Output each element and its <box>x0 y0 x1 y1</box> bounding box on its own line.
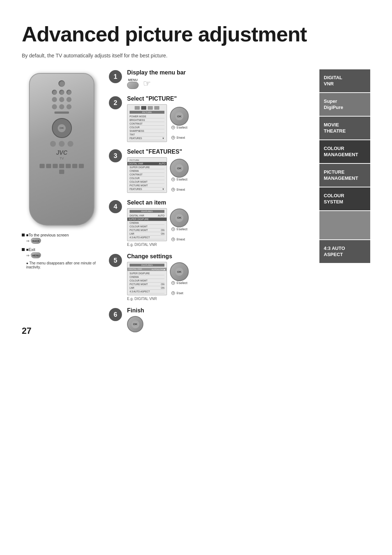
tv-label: TV <box>30 157 94 160</box>
menu-indicator <box>54 112 69 114</box>
screen3-row-6: PICTURE MGMT <box>130 184 164 187</box>
ok-labels-step4: ① ①select ② ②next <box>171 227 188 241</box>
exit-menu-button[interactable]: MENU <box>31 252 41 258</box>
btn-2[interactable] <box>59 90 64 95</box>
btn-6[interactable] <box>66 97 72 102</box>
screen2-row-2: BRIGHTNESS <box>130 118 164 122</box>
screen4-row-2: CINEMA <box>130 221 164 225</box>
notes-section: ■To the previous screen ⇒ BACK ■E <box>22 233 102 269</box>
screen4-row-5: LNRON <box>130 232 164 236</box>
sidebar-tab-colour-system[interactable]: COLOURSYSTEM <box>319 187 370 211</box>
exit-note-label: ■Exit <box>26 247 41 252</box>
screen4-row-4: PICTURE MGMTON <box>130 228 164 232</box>
hand-pointing-icon: ☞ <box>143 78 151 89</box>
remote-control: OK JVC TV <box>29 73 94 226</box>
icon-picture <box>141 106 146 110</box>
circle-1-step3: ① <box>171 178 175 181</box>
screen3-row-sel: DIGITAL VNRAUTO <box>127 162 167 166</box>
step-1-number: 1 <box>109 70 122 83</box>
sidebar-tab-colour-management[interactable]: COLOURMANAGEMENT <box>319 140 370 164</box>
circle-2-step5: ② <box>171 291 175 295</box>
btn-5[interactable] <box>59 97 64 102</box>
exit-button-label: MENU <box>32 254 40 257</box>
btn-7[interactable] <box>52 104 57 109</box>
btn-8[interactable] <box>59 104 64 109</box>
screen3-row-3: CONTRAST <box>130 173 164 177</box>
screen3-row-4: COLOUR <box>130 177 164 180</box>
sidebar-tab-43-auto-aspect-label: 4:3 AUTOASPECT <box>324 246 345 258</box>
step-5-content: Change settings FEATURES DIGITAL VNRAUTO… <box>127 253 312 301</box>
btn-9[interactable] <box>66 104 72 109</box>
circle-2-step4: ② <box>171 238 175 241</box>
ok-center[interactable]: OK <box>58 124 66 132</box>
screen3-row-7: FEATURES▼ <box>130 187 164 191</box>
screen-step2: PICTURE POWER MODE BRIGHTNESS CONTRAST C… <box>127 104 167 142</box>
screen4-header: FEATURES <box>130 210 164 213</box>
sidebar-tab-movie-theatre[interactable]: MOVIETHEATRE <box>319 117 370 140</box>
screen5-row-3: COLOUR MGMT <box>130 279 164 283</box>
small-btn-3[interactable] <box>53 164 58 168</box>
step-6: 6 Finish OK <box>109 307 312 332</box>
small-btn-7[interactable] <box>79 164 84 168</box>
step-2-title: Select "PICTURE" <box>127 96 312 102</box>
ok-button-step2[interactable]: OK <box>170 107 189 126</box>
ok-label-step6: OK <box>131 320 139 328</box>
lower-btn-3[interactable] <box>68 141 73 147</box>
back-button[interactable]: BACK <box>31 238 41 244</box>
step-3-number: 3 <box>109 149 122 162</box>
set-label-step5: ②set <box>176 291 183 295</box>
select-label-step2: ①select <box>176 126 188 129</box>
lower-btn-2[interactable] <box>59 141 65 147</box>
small-btn-6[interactable] <box>72 164 77 168</box>
step-6-content: Finish OK <box>127 307 312 332</box>
step-3: 3 Select "FEATURES" PICTURE DIGITAL VNRA… <box>109 149 312 193</box>
small-btn-8[interactable] <box>59 170 64 174</box>
ok-button-step4[interactable]: OK <box>170 208 189 227</box>
icon-features <box>154 106 159 110</box>
ok-button-step5[interactable]: OK <box>170 262 189 281</box>
power-button[interactable] <box>58 80 65 87</box>
screen5-row-2: CINEMA <box>130 275 164 279</box>
btn-4[interactable] <box>52 97 57 102</box>
lower-btn-1[interactable] <box>50 141 56 147</box>
screen3-row-5: COLOUR MGMT <box>130 180 164 184</box>
screen5-row-4: PICTURE MGMTON <box>130 283 164 286</box>
ok-button-step6[interactable]: OK <box>127 316 143 332</box>
small-btn-2[interactable] <box>46 164 51 168</box>
ok-button-step3[interactable]: OK <box>170 159 189 178</box>
screen-step3: PICTURE DIGITAL VNRAUTO SUPER DIGIPURE C… <box>127 157 167 193</box>
ok-label-step2: OK <box>175 112 183 120</box>
screen3-row-1: SUPER DIGIPURE <box>130 166 164 169</box>
dpad[interactable]: OK <box>52 118 72 138</box>
btn-1[interactable] <box>52 90 57 95</box>
menu-button[interactable] <box>127 82 139 89</box>
sidebar-tab-digital-vnr-label: DIGITALVNR <box>324 75 342 87</box>
next-label-step4: ②next <box>176 238 185 241</box>
small-btn-1[interactable] <box>40 164 45 168</box>
sidebar-tab-spacer <box>319 211 370 240</box>
step-4-content: Select an item FEATURES DIGITAL VNRAUTO … <box>127 199 312 247</box>
screen2-row-5: SHARPNESS <box>130 129 164 133</box>
step-1-title: Display the menu bar <box>127 69 312 76</box>
sidebar-tab-43-auto-aspect[interactable]: 4:3 AUTOASPECT <box>319 240 370 264</box>
eg-label-step5: E.g. DIGITAL VNR <box>127 297 312 301</box>
btn-3[interactable] <box>66 90 72 95</box>
disappear-note: ● The menu disappears after one minute o… <box>26 261 96 269</box>
sidebar-tab-super-digipure[interactable]: SuperDigiPure <box>319 93 370 117</box>
step-5-title: Change settings <box>127 253 312 260</box>
screen5-autolabel: DIGITAL VNRAUTO/LOW ▶ <box>127 268 167 271</box>
exit-arrow-icon: ⇒ <box>26 253 29 258</box>
sidebar-tab-picture-management[interactable]: PICTUREMANAGEMENT <box>319 164 370 187</box>
ok-labels-step3: ① ①select ② ②next <box>171 178 188 191</box>
screen-step5: FEATURES DIGITAL VNRAUTO/LOW ▶ SUPER DIG… <box>127 262 167 295</box>
step-5-number: 5 <box>109 254 122 267</box>
sidebar-tab-movie-theatre-label: MOVIETHEATRE <box>324 122 346 134</box>
sidebar-tab-digital-vnr[interactable]: DIGITALVNR <box>319 69 370 93</box>
step-4: 4 Select an item FEATURES DIGITAL VNRAUT… <box>109 199 312 247</box>
screen4-row-sel: SUPER DIGIPURE <box>127 218 167 221</box>
eg-label-step4: E.g. DIGITAL VNR <box>127 243 312 247</box>
circle-2-step2: ② <box>171 136 175 139</box>
small-btn-4[interactable] <box>59 164 64 168</box>
select-label-step3: ①select <box>176 178 188 181</box>
small-btn-5[interactable] <box>66 164 71 168</box>
